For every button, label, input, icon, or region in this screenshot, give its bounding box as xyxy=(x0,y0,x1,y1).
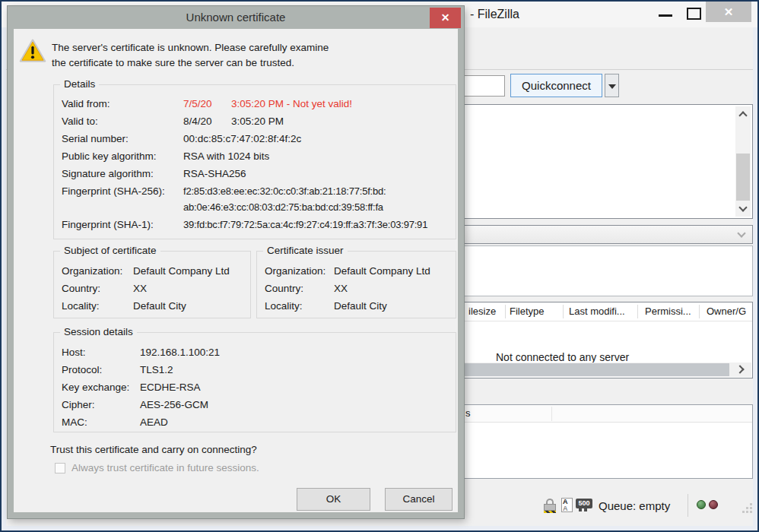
column-divider[interactable] xyxy=(699,305,700,318)
remote-file-list-panel: ilesize Filetype Last modifi... Permissi… xyxy=(460,302,753,378)
combobox-chevron-icon xyxy=(737,229,745,237)
log-vertical-scrollbar[interactable] xyxy=(735,106,751,217)
minimize-icon xyxy=(659,14,672,17)
column-header-permissions[interactable]: Permissi... xyxy=(645,302,691,321)
message-log-panel xyxy=(460,104,753,219)
issuer-locality-label: Locality: xyxy=(265,300,303,312)
queue-column-header[interactable]: s xyxy=(465,407,471,419)
session-legend: Session details xyxy=(60,326,137,337)
valid-from-date: 7/5/20 xyxy=(183,98,212,109)
speed-limit-icon: 500 xyxy=(576,499,592,508)
cancel-button[interactable]: Cancel xyxy=(385,488,453,511)
serial-number-label: Serial number: xyxy=(62,133,129,144)
issuer-country-value: XX xyxy=(334,283,348,294)
header-underline xyxy=(461,321,752,321)
app-close-button[interactable]: ✕ xyxy=(706,2,751,22)
warning-message-line1: The server's certificate is unknown. Ple… xyxy=(52,42,329,53)
valid-from-time: 3:05:20 PM - Not yet valid! xyxy=(231,98,352,109)
fingerprint-sha256-line2: ab:0e:46:e3:cc:08:03:d2:75:ba:bd:cd:39:5… xyxy=(183,201,383,213)
issuer-organization-label: Organization: xyxy=(265,265,326,277)
valid-to-time: 3:05:20 PM xyxy=(231,116,284,127)
scroll-up-icon[interactable] xyxy=(738,111,747,119)
lock-body xyxy=(544,504,556,511)
subject-locality-label: Locality: xyxy=(62,300,100,312)
subject-country-label: Country: xyxy=(62,283,100,294)
subject-country-value: XX xyxy=(133,283,147,294)
details-legend: Details xyxy=(60,78,99,90)
fingerprint-sha256-label: Fingerprint (SHA-256): xyxy=(62,185,165,197)
subject-group: Subject of certificate Organization: Def… xyxy=(53,251,251,318)
subject-legend: Subject of certificate xyxy=(60,245,160,256)
ok-button[interactable]: OK xyxy=(297,488,370,511)
cipher-label: Cipher: xyxy=(62,399,95,410)
column-divider[interactable] xyxy=(505,305,506,318)
always-trust-label: Always trust certificate in future sessi… xyxy=(71,462,259,473)
queue-status-text: Queue: empty xyxy=(599,499,670,512)
scroll-down-icon[interactable] xyxy=(738,203,747,211)
app-title: - FileZilla xyxy=(470,8,519,21)
key-exchange-value: ECDHE-RSA xyxy=(140,382,201,393)
cipher-value: AES-256-GCM xyxy=(140,399,208,410)
column-header-filesize[interactable]: ilesize xyxy=(468,302,496,321)
host-label: Host: xyxy=(62,347,86,358)
signature-algorithm-label: Signature algorithm: xyxy=(62,168,154,179)
subject-locality-value: Default City xyxy=(133,300,186,312)
serial-number-value: 00:dc:85:c7:47:02:8f:4f:2c xyxy=(183,133,301,144)
fingerprint-sha1-label: Fingerprint (SHA-1): xyxy=(62,219,154,230)
dialog-body: The server's certificate is unknown. Ple… xyxy=(14,29,458,512)
ascii-letter: A xyxy=(563,505,568,512)
quickconnect-dropdown-button[interactable] xyxy=(605,74,619,97)
scroll-right-icon[interactable] xyxy=(735,365,744,373)
hscrollbar-thumb[interactable] xyxy=(462,363,729,376)
transfer-queue-panel: s xyxy=(460,404,753,479)
maximize-icon xyxy=(687,8,701,20)
protocol-value: TLS1.2 xyxy=(140,364,173,375)
dropdown-arrow-icon xyxy=(608,84,616,89)
valid-to-date: 8/4/20 xyxy=(183,116,212,127)
queue-header-row[interactable]: s xyxy=(461,405,752,423)
file-list-horizontal-scrollbar[interactable] xyxy=(462,363,751,377)
issuer-group: Certificate issuer Organization: Default… xyxy=(256,251,456,318)
always-trust-checkbox[interactable] xyxy=(55,463,65,473)
column-divider[interactable] xyxy=(563,305,564,318)
subject-organization-value: Default Company Ltd xyxy=(133,265,230,277)
quickconnect-host-input[interactable] xyxy=(459,75,505,97)
remote-tree-panel[interactable] xyxy=(460,245,753,296)
issuer-locality-value: Default City xyxy=(334,300,387,312)
issuer-legend: Certificate issuer xyxy=(263,245,348,256)
queue-column-divider[interactable] xyxy=(551,407,552,421)
column-header-owner-group[interactable]: Owner/G xyxy=(707,302,746,321)
lock-icon xyxy=(544,499,556,513)
unknown-certificate-dialog: Unknown certificate ✕ The server's certi… xyxy=(8,6,464,518)
public-key-algorithm-label: Public key algorithm: xyxy=(62,150,157,162)
quickconnect-button[interactable]: Quickconnect xyxy=(510,74,602,97)
signature-algorithm-value: RSA-SHA256 xyxy=(183,168,246,179)
resize-grip[interactable] xyxy=(742,503,752,513)
host-value: 192.168.1.100:21 xyxy=(140,347,220,358)
log-scrollbar-thumb[interactable] xyxy=(736,154,750,201)
transfer-type-icon: AA xyxy=(561,498,573,512)
lock-hazard-stripe xyxy=(544,511,556,513)
fingerprint-sha1-value: 39:fd:bc:f7:79:72:5a:ca:4c:f9:27:c4:19:f… xyxy=(183,219,427,230)
details-group: Details Valid from: 7/5/20 3:05:20 PM - … xyxy=(53,84,456,239)
red-indicator-light xyxy=(709,500,718,509)
statusbar-separator xyxy=(688,494,688,517)
subject-organization-label: Organization: xyxy=(62,265,122,277)
column-divider[interactable] xyxy=(637,305,638,318)
valid-from-label: Valid from: xyxy=(62,98,110,109)
fingerprint-sha256-line1: f2:85:d3:e8:ee:ec:32:0c:c0:3f:ab:21:18:7… xyxy=(183,185,386,197)
mac-value: AEAD xyxy=(140,416,168,428)
remote-site-combobox[interactable] xyxy=(460,225,753,244)
minimize-button[interactable] xyxy=(653,2,678,24)
issuer-organization-value: Default Company Ltd xyxy=(334,265,430,277)
maximize-button[interactable] xyxy=(681,2,707,24)
warning-message-line2: the certificate to make sure the server … xyxy=(52,57,294,68)
trust-question: Trust this certificate and carry on conn… xyxy=(50,444,257,455)
dialog-close-button[interactable]: ✕ xyxy=(430,8,461,28)
column-header-last-modified[interactable]: Last modifi... xyxy=(569,302,625,321)
public-key-algorithm-value: RSA with 1024 bits xyxy=(183,150,269,162)
column-header-filetype[interactable]: Filetype xyxy=(510,302,545,321)
session-group: Session details Host: 192.168.1.100:21 P… xyxy=(53,332,456,432)
dialog-title: Unknown certificate xyxy=(8,6,464,29)
warning-icon xyxy=(19,38,46,64)
